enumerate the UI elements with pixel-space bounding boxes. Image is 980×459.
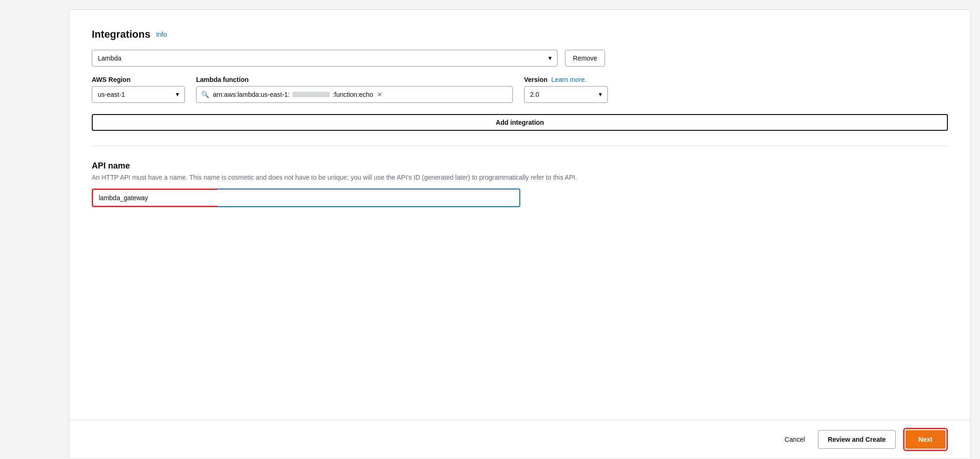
api-name-title: API name	[92, 161, 948, 171]
api-name-input-value[interactable]	[92, 189, 218, 207]
spacer	[92, 222, 948, 420]
version-select[interactable]: 2.0 1.0	[524, 86, 608, 103]
remove-button[interactable]: Remove	[565, 50, 605, 67]
info-link[interactable]: Info	[156, 31, 167, 38]
aws-region-field-group: AWS Region us-east-1 us-east-2 us-west-1…	[92, 76, 185, 103]
page-title: Integrations	[92, 28, 150, 40]
version-select-wrapper: 2.0 1.0 ▼	[524, 86, 608, 103]
lambda-input-wrapper: 🔍 arn:aws:lambda:us-east-1: :function:ec…	[196, 86, 513, 103]
aws-region-select[interactable]: us-east-1 us-east-2 us-west-1 us-west-2	[92, 86, 185, 103]
api-name-section: API name An HTTP API must have a name. T…	[92, 161, 948, 207]
lambda-arn-redacted	[293, 92, 330, 97]
clear-lambda-icon[interactable]: ✕	[377, 91, 382, 98]
api-name-description: An HTTP API must have a name. This name …	[92, 174, 604, 181]
fields-row: AWS Region us-east-1 us-east-2 us-west-1…	[92, 76, 948, 103]
api-name-input-row	[92, 189, 520, 207]
integration-type-select-wrapper: Lambda ▼	[92, 50, 558, 67]
aws-region-label: AWS Region	[92, 76, 185, 83]
api-name-input-rest[interactable]	[218, 189, 520, 207]
left-sidebar	[0, 0, 69, 459]
lambda-arn-suffix: :function:echo	[333, 91, 373, 98]
section-divider	[92, 146, 948, 146]
version-label: Version	[524, 76, 548, 83]
lambda-arn-display: arn:aws:lambda:us-east-1: :function:echo	[213, 91, 373, 98]
version-learn-more-link[interactable]: Learn more.	[551, 76, 586, 83]
lambda-arn-prefix: arn:aws:lambda:us-east-1:	[213, 91, 290, 98]
lambda-function-label: Lambda function	[196, 76, 513, 83]
cancel-button[interactable]: Cancel	[779, 432, 811, 447]
next-button-wrapper: Next	[903, 428, 948, 451]
page-wrapper: Integrations Info Lambda ▼ Remove AWS Re…	[0, 0, 980, 459]
integration-type-row: Lambda ▼ Remove	[92, 50, 948, 67]
lambda-function-field-group: Lambda function 🔍 arn:aws:lambda:us-east…	[196, 76, 513, 103]
integration-type-select[interactable]: Lambda	[92, 50, 558, 67]
version-field-group: Version Learn more. 2.0 1.0 ▼	[524, 76, 608, 103]
add-integration-button[interactable]: Add integration	[92, 114, 948, 131]
review-and-create-button[interactable]: Review and Create	[818, 430, 896, 449]
section-header: Integrations Info	[92, 28, 948, 40]
search-icon: 🔍	[201, 91, 209, 98]
region-select-wrapper: us-east-1 us-east-2 us-west-1 us-west-2 …	[92, 86, 185, 103]
version-label-row: Version Learn more.	[524, 76, 608, 83]
main-content: Integrations Info Lambda ▼ Remove AWS Re…	[69, 9, 971, 459]
footer-bar: Cancel Review and Create Next	[69, 420, 970, 459]
next-button[interactable]: Next	[905, 430, 946, 449]
